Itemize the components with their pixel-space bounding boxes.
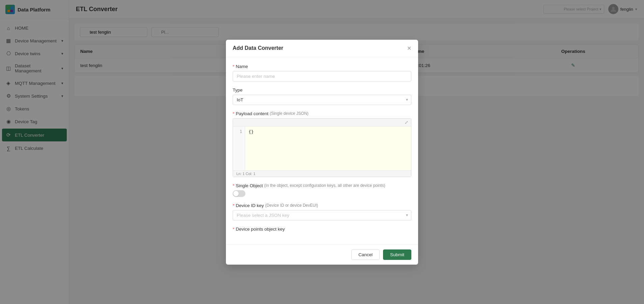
type-select[interactable]: IoT — [233, 95, 411, 105]
type-label: Type — [233, 88, 411, 93]
close-icon[interactable]: ✕ — [407, 45, 411, 52]
type-select-wrapper: IoT ▾ — [233, 95, 411, 105]
add-data-converter-modal: Add Data Converter ✕ * Name Type — [226, 40, 418, 265]
device-id-key-label: * Device ID key (Device ID or device Dev… — [233, 203, 411, 208]
fullscreen-icon[interactable]: ⤢ — [405, 120, 408, 125]
device-id-sublabel: (Device ID or device DevEUI) — [265, 203, 318, 208]
modal-title: Add Data Converter — [233, 45, 283, 51]
single-object-label-text: Single Object — [236, 183, 263, 188]
name-label-text: Name — [236, 64, 248, 69]
required-star: * — [233, 64, 234, 69]
payload-sublabel: (Single device JSON) — [270, 111, 309, 116]
type-field-group: Type IoT ▾ — [233, 88, 411, 105]
payload-content-group: * Payload content (Single device JSON) ⤢… — [233, 111, 411, 177]
device-id-key-group: * Device ID key (Device ID or device Dev… — [233, 203, 411, 221]
device-points-group: * Device points object key — [233, 227, 411, 232]
modal-header: Add Data Converter ✕ — [226, 40, 418, 57]
device-id-select[interactable]: Please select a JSON key — [233, 210, 411, 221]
single-object-sublabel: (In the object, except configuration key… — [264, 183, 385, 188]
cancel-button[interactable]: Cancel — [351, 249, 380, 260]
single-object-toggle[interactable] — [233, 190, 245, 197]
name-field-group: * Name — [233, 64, 411, 81]
device-points-label: * Device points object key — [233, 227, 411, 232]
line-numbers: 1 — [233, 127, 245, 170]
modal-overlay: Add Data Converter ✕ * Name Type — [69, 0, 644, 304]
modal-body: * Name Type IoT ▾ — [226, 57, 418, 244]
code-editor-toolbar: ⤢ — [233, 119, 411, 127]
name-input[interactable] — [233, 71, 411, 81]
single-object-group: * Single Object (In the object, except c… — [233, 183, 411, 197]
device-points-label-text: Device points object key — [236, 227, 285, 232]
name-label: * Name — [233, 64, 411, 69]
payload-label-text: Payload content — [236, 111, 268, 116]
device-id-select-wrapper: Please select a JSON key ▾ — [233, 210, 411, 221]
payload-label: * Payload content (Single device JSON) — [233, 111, 411, 116]
required-star: * — [233, 203, 234, 208]
code-status-bar: Ln: 1 Col: 1 — [233, 170, 411, 177]
code-line: {} — [248, 129, 408, 134]
type-label-text: Type — [233, 88, 242, 93]
device-id-label-text: Device ID key — [236, 203, 264, 208]
line-number: 1 — [236, 129, 242, 134]
required-star: * — [233, 183, 234, 188]
single-object-toggle-wrapper — [233, 190, 411, 197]
code-editor-body[interactable]: 1 {} — [233, 127, 411, 170]
code-content[interactable]: {} — [245, 127, 411, 170]
main-content: ETL Converter Please select Project ▾ fe… — [69, 0, 644, 304]
modal-footer: Cancel Submit — [226, 244, 418, 265]
required-star: * — [233, 227, 234, 232]
single-object-label: * Single Object (In the object, except c… — [233, 183, 411, 188]
submit-button[interactable]: Submit — [383, 249, 411, 260]
required-star: * — [233, 111, 234, 116]
code-editor: ⤢ 1 {} Ln: 1 Col: 1 — [233, 118, 411, 177]
